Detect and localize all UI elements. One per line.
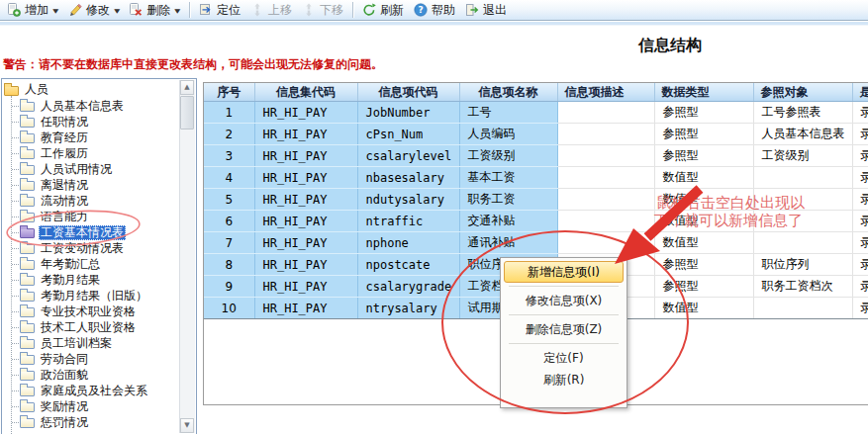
table-cell[interactable]: 职位序列: [753, 254, 852, 276]
table-cell[interactable]: HR_HI_PAY: [254, 145, 357, 167]
scroll-down-icon[interactable]: ▼: [180, 418, 194, 433]
table-cell[interactable]: HR_HI_PAY: [254, 254, 357, 276]
table-cell[interactable]: 录: [852, 276, 868, 298]
tree-item[interactable]: 专业技术职业资格: [4, 304, 179, 319]
table-cell[interactable]: [557, 189, 654, 211]
table-cell[interactable]: 10: [204, 298, 254, 319]
table-cell[interactable]: HR_HI_PAY: [254, 189, 357, 211]
table-cell[interactable]: 工号参照表: [753, 102, 852, 124]
table-cell[interactable]: HR_HI_PAY: [254, 232, 357, 254]
scrollbar-thumb[interactable]: [180, 96, 194, 130]
table-cell[interactable]: 录: [852, 211, 868, 232]
table-cell[interactable]: 数值型: [654, 298, 753, 319]
table-cell[interactable]: 通讯补贴: [459, 232, 557, 254]
table-cell[interactable]: 职务工资: [459, 189, 557, 211]
table-cell[interactable]: 5: [204, 189, 254, 211]
tree-item[interactable]: 工资变动情况表: [4, 240, 179, 256]
tree-item[interactable]: 惩罚情况: [4, 414, 179, 430]
table-cell[interactable]: [557, 124, 654, 145]
table-cell[interactable]: 8: [204, 254, 254, 276]
table-cell[interactable]: [753, 298, 852, 319]
scroll-up-icon[interactable]: ▲: [180, 80, 194, 95]
context-menu-item[interactable]: 修改信息项(X): [504, 290, 624, 311]
table-cell[interactable]: 工资级别: [753, 145, 852, 167]
table-cell[interactable]: 交通补贴: [459, 211, 557, 232]
toolbar-button-modify[interactable]: 修改▼: [63, 1, 125, 20]
tree-item[interactable]: 员工培训档案: [4, 335, 179, 351]
tree-item[interactable]: 考勤月结果: [4, 272, 179, 288]
tree-item[interactable]: 技术工人职业资格: [4, 319, 179, 335]
tree-root-item[interactable]: 人员: [4, 81, 179, 98]
tree-item[interactable]: 离退情况: [4, 177, 179, 193]
table-cell[interactable]: 录: [852, 298, 868, 319]
table-cell[interactable]: 7: [204, 232, 254, 254]
table-cell[interactable]: 参照型: [654, 254, 753, 276]
table-cell[interactable]: cPsn_Num: [357, 124, 459, 145]
table-cell[interactable]: HR_HI_PAY: [254, 102, 357, 124]
table-cell[interactable]: HR_HI_PAY: [254, 298, 357, 319]
toolbar-button-add[interactable]: 增加▼: [2, 1, 63, 20]
table-cell[interactable]: [557, 232, 654, 254]
table-row[interactable]: 7HR_HI_PAYnphone通讯补贴数值型录: [204, 232, 868, 254]
tree-item[interactable]: 考勤月结果（旧版）: [4, 288, 179, 304]
toolbar-button-move-up[interactable]: 上移: [245, 1, 297, 20]
table-cell[interactable]: 参照型: [654, 145, 753, 167]
table-cell[interactable]: [557, 167, 654, 189]
table-cell[interactable]: JobNumber: [357, 102, 459, 124]
table-cell[interactable]: 工资级别: [459, 145, 557, 167]
table-cell[interactable]: csalarygrade: [357, 276, 459, 298]
table-cell[interactable]: 录: [852, 232, 868, 254]
context-menu-item[interactable]: 新增信息项(I): [504, 261, 624, 283]
tree-item[interactable]: 教育经历: [4, 130, 179, 145]
table-cell[interactable]: 9: [204, 276, 254, 298]
tree-item[interactable]: 工作履历: [4, 145, 179, 161]
table-cell[interactable]: HR_HI_PAY: [254, 124, 357, 145]
table-cell[interactable]: nphone: [357, 232, 459, 254]
table-cell[interactable]: 录: [852, 254, 868, 276]
table-cell[interactable]: [753, 167, 852, 189]
tree-item[interactable]: 家庭成员及社会关系: [4, 383, 179, 398]
tree-item[interactable]: 流动情况: [4, 193, 179, 209]
table-cell[interactable]: HR_HI_PAY: [254, 211, 357, 232]
tree-item[interactable]: 政治面貌: [4, 367, 179, 383]
table-cell[interactable]: 录: [852, 145, 868, 167]
table-cell[interactable]: HR_HI_PAY: [254, 276, 357, 298]
table-row[interactable]: 3HR_HI_PAYcsalarylevel工资级别参照型工资级别录: [204, 145, 868, 167]
table-cell[interactable]: 1: [204, 102, 254, 124]
tree-item[interactable]: 人员试用情况: [4, 161, 179, 177]
table-cell[interactable]: ntraffic: [357, 211, 459, 232]
table-cell[interactable]: 6: [204, 211, 254, 232]
table-cell[interactable]: 录: [852, 167, 868, 189]
table-cell[interactable]: csalarylevel: [357, 145, 459, 167]
context-menu-item[interactable]: 定位(F): [504, 347, 624, 369]
tree-item[interactable]: 任职情况: [4, 114, 179, 130]
table-cell[interactable]: HR_HI_PAY: [254, 167, 357, 189]
table-cell[interactable]: nbasesalary: [357, 167, 459, 189]
toolbar-button-help[interactable]: ?帮助: [409, 1, 460, 20]
table-cell[interactable]: [557, 145, 654, 167]
chevron-down-icon[interactable]: ▼: [52, 7, 58, 14]
table-cell[interactable]: 数值型: [654, 232, 753, 254]
toolbar-button-move-down[interactable]: 下移: [297, 1, 348, 20]
table-cell[interactable]: 2: [204, 124, 254, 145]
table-cell[interactable]: 人员编码: [459, 124, 557, 145]
table-cell[interactable]: ndutysalary: [357, 189, 459, 211]
context-menu-item[interactable]: 删除信息项(Z): [504, 318, 624, 340]
table-cell[interactable]: 4: [204, 167, 254, 189]
table-row[interactable]: 2HR_HI_PAYcPsn_Num人员编码参照型人员基本信息表录: [204, 124, 868, 145]
toolbar-button-locate[interactable]: 定位: [194, 1, 245, 20]
table-cell[interactable]: [557, 211, 654, 232]
toolbar-button-delete[interactable]: 删除▼: [124, 1, 185, 20]
chevron-down-icon[interactable]: ▼: [114, 7, 120, 14]
table-cell[interactable]: 工号: [459, 102, 557, 124]
table-cell[interactable]: [557, 102, 654, 124]
table-cell[interactable]: 录: [852, 124, 868, 145]
tree-item[interactable]: 年考勤汇总: [4, 256, 179, 272]
table-row[interactable]: 1HR_HI_PAYJobNumber工号参照型工号参照表录: [204, 102, 868, 124]
table-cell[interactable]: 参照型: [654, 102, 753, 124]
table-cell[interactable]: 职务工资档次: [753, 276, 852, 298]
table-cell[interactable]: 参照型: [654, 276, 753, 298]
table-cell[interactable]: npostcate: [357, 254, 459, 276]
tree-item[interactable]: 奖励情况: [4, 398, 179, 414]
table-cell[interactable]: ntrysalary: [357, 298, 459, 319]
